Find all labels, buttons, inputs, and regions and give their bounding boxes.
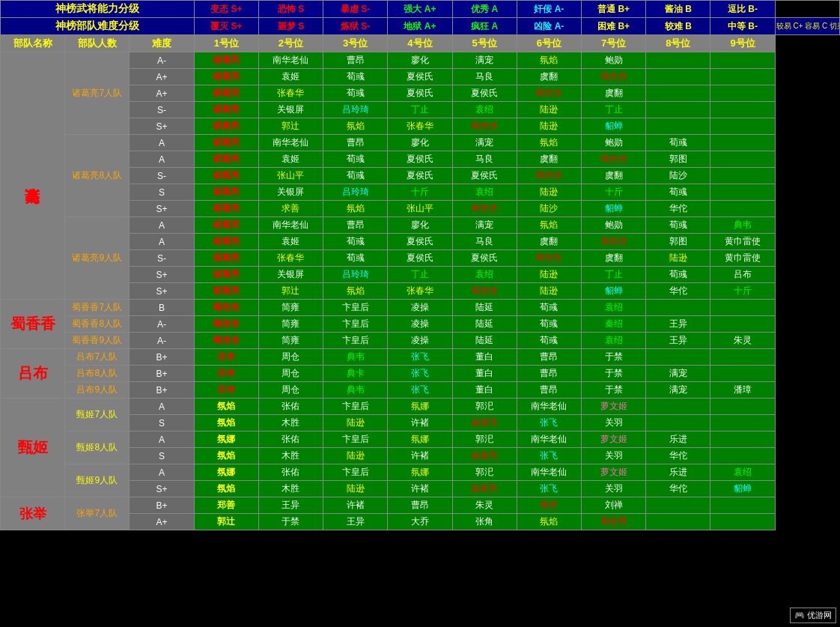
pos7: 丁止 xyxy=(581,102,645,118)
grade-a-plus: 强大 A+ xyxy=(388,1,452,18)
pos8: 王异 xyxy=(646,316,710,333)
pos4: 张飞 xyxy=(388,366,452,382)
pos2: 郭辻 xyxy=(258,283,323,300)
pos9 xyxy=(710,366,775,382)
pos8: 华佗 xyxy=(646,201,710,217)
diff-cell: A xyxy=(130,464,194,481)
pos1: 诸葛亮 xyxy=(194,118,258,135)
diff-cell: S xyxy=(130,415,194,431)
diff-cell: A xyxy=(130,234,194,250)
pos8 xyxy=(646,497,710,514)
diff-cell: B+ xyxy=(130,366,194,382)
diff-cell: A- xyxy=(130,52,194,69)
pos2: 简雍 xyxy=(258,300,323,316)
pos6: 陆逊 xyxy=(517,102,581,118)
diff-cell: B+ xyxy=(130,349,194,366)
pos8 xyxy=(646,514,710,530)
pos4: 曹昂 xyxy=(388,497,452,514)
diff-cell: S+ xyxy=(130,481,194,497)
pos4: 许褚 xyxy=(388,481,452,497)
table-row: 吕布9人队 B+ 吕布 周仓 典韦 张飞 董白 曹昂 于禁 满宠 潘璋 xyxy=(1,382,840,399)
team-zhuge9: 诸葛亮9人队 xyxy=(65,217,130,300)
pos8: 满宠 xyxy=(646,366,710,382)
pos3: 吕玲琦 xyxy=(323,102,388,118)
diff-cell: S xyxy=(130,448,194,464)
pos2: 王异 xyxy=(258,497,323,514)
grade-b-plus: 普通 B+ xyxy=(581,1,645,18)
pos4: 廖化 xyxy=(388,217,452,234)
pos3: 卞皇后 xyxy=(323,300,388,316)
pos2: 于禁 xyxy=(258,514,323,530)
diff-a-plus: 地狱 A+ xyxy=(388,18,452,35)
pos1: 郑善 xyxy=(194,497,258,514)
pos3: 荀彧 xyxy=(323,234,388,250)
pos5: 董白 xyxy=(452,382,517,399)
diff-cell: B+ xyxy=(130,382,194,399)
pos6: 陆逊 xyxy=(517,267,581,283)
pos4: 夏侯氏 xyxy=(388,234,452,250)
pos6: 曹昂 xyxy=(517,349,581,366)
pos8 xyxy=(646,118,710,135)
pos8 xyxy=(646,349,710,366)
pos3: 典韦 xyxy=(323,382,388,399)
pos9 xyxy=(710,497,775,514)
pos9 xyxy=(710,514,775,530)
grade-a: 优秀 A xyxy=(452,1,517,18)
pos9: 朱灵 xyxy=(710,333,775,349)
pos1: 吕布 xyxy=(194,366,258,382)
table-row: 诸葛亮8人队 A 诸葛亮 南华老仙 曹昂 廖化 满宠 氛焰 鲍勋 荀彧 xyxy=(1,135,840,151)
pos6: 荀彧 xyxy=(517,333,581,349)
pos6: 陆逊 xyxy=(517,184,581,201)
diff-a: 疯狂 A xyxy=(452,18,517,35)
table-row: 蜀香香9人队 A- 蜀杏杏 简雍 卞皇后 凌操 陆延 荀彧 袁绍 王异 朱灵 xyxy=(1,333,840,349)
pos5: 诸葛亮 xyxy=(452,415,517,431)
pos5: 蜀杏杏 xyxy=(452,201,517,217)
pos5: 董白 xyxy=(452,349,517,366)
pos5: 蜀杏杏 xyxy=(452,118,517,135)
pos7: 于禁 xyxy=(581,366,645,382)
diff-cell: A xyxy=(130,217,194,234)
col-team-name: 部队名称 xyxy=(1,35,65,52)
team-zhangju7: 张举7人队 xyxy=(65,497,130,530)
pos5: 夏侯氏 xyxy=(452,85,517,102)
pos2: 关银屏 xyxy=(258,184,323,201)
pos6: 陆沙 xyxy=(517,201,581,217)
pos1: 诸葛亮 xyxy=(194,102,258,118)
pos6: 虞翻 xyxy=(517,151,581,168)
pos6: 张飞 xyxy=(517,415,581,431)
pos1: 氛焰 xyxy=(194,448,258,464)
pos6: 张飞 xyxy=(517,481,581,497)
pos9: 貂蝉 xyxy=(710,481,775,497)
pos8: 王异 xyxy=(646,333,710,349)
pos1: 蜀杏杏 xyxy=(194,300,258,316)
diff-s-minus: 炼狱 S- xyxy=(323,18,388,35)
pos5: 张角 xyxy=(452,514,517,530)
pos2: 袁姬 xyxy=(258,234,323,250)
pos1: 诸葛亮 xyxy=(194,201,258,217)
pos1: 氛焰 xyxy=(194,399,258,415)
pos2: 木胜 xyxy=(258,481,323,497)
pos4: 许褚 xyxy=(388,415,452,431)
diff-cell: S- xyxy=(130,102,194,118)
pos1: 诸葛亮 xyxy=(194,135,258,151)
pos6: 南华老仙 xyxy=(517,431,581,448)
diff-extra: 较易 C+ 容易 C 切菜 C- xyxy=(775,18,839,35)
pos2: 木胜 xyxy=(258,415,323,431)
pos1: 吕布 xyxy=(194,349,258,366)
pos1: 诸葛亮 xyxy=(194,234,258,250)
pos7: 蜀杏杏 xyxy=(581,151,645,168)
pos8: 华佗 xyxy=(646,283,710,300)
pos8: 荀彧 xyxy=(646,135,710,151)
pos1: 诸葛亮 xyxy=(194,184,258,201)
pos5: 陆延 xyxy=(452,316,517,333)
pos5: 陆延 xyxy=(452,333,517,349)
ability-header: 神榜武将能力分级 xyxy=(1,1,195,18)
diff-b-minus: 中等 B- xyxy=(710,18,775,35)
pos6: 荀彧 xyxy=(517,316,581,333)
pos9: 吕布 xyxy=(710,267,775,283)
pos9 xyxy=(710,201,775,217)
table-row: 蜀香香 蜀香香7人队 B 蜀杏杏 简雍 卞皇后 凌操 陆延 荀彧 袁绍 xyxy=(1,300,840,316)
grade-a-minus: 奸佞 A- xyxy=(517,1,581,18)
table-row: 甄姬9人队 A 氛娜 张佑 卞皇后 氛娜 郭汜 南华老仙 萝文姬 乐进 袁绍 xyxy=(1,464,840,481)
pos1: 氛娜 xyxy=(194,431,258,448)
